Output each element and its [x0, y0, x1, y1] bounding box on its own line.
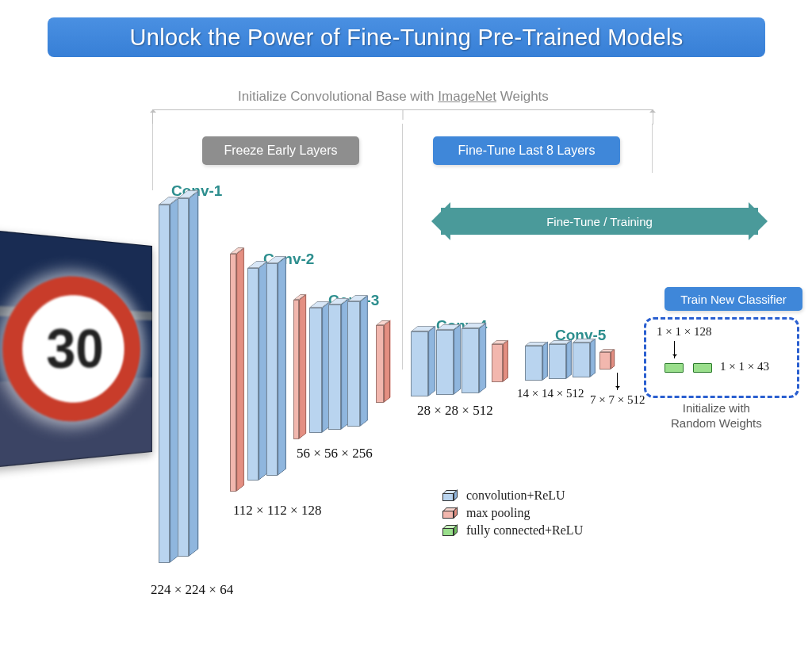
input-image: 30 — [0, 229, 152, 468]
dim-fc2: 1 × 1 × 43 — [720, 360, 769, 373]
dim-conv3: 56 × 56 × 256 — [297, 446, 373, 461]
dim-fc1: 1 × 1 × 128 — [657, 325, 711, 339]
pill-freeze: Freeze Early Layers — [202, 136, 359, 165]
page-title: Unlock the Power of Fine-Tuning Pre-Trai… — [48, 17, 765, 57]
fc-chip-2 — [693, 363, 712, 373]
subtitle: Initialize Convolutional Base with Image… — [238, 89, 549, 105]
dim-conv1: 224 × 224 × 64 — [151, 582, 233, 598]
legend-pool-label: max pooling — [466, 506, 530, 520]
legend-fc-label: fully connected+ReLU — [466, 523, 583, 538]
arrow-pool-out — [617, 373, 618, 390]
dim-conv4: 28 × 28 × 512 — [417, 403, 493, 419]
arrow-finetune-label: Fine-Tune / Training — [546, 215, 653, 228]
dim-conv5: 14 × 14 × 512 — [517, 387, 584, 400]
vline-right — [652, 124, 653, 173]
dim-conv2: 112 × 112 × 128 — [233, 503, 321, 519]
bracket-conv-base — [152, 109, 653, 124]
fc-chip-1 — [665, 363, 684, 373]
dim-pool-out: 7 × 7 × 512 — [590, 393, 645, 407]
vline-left — [152, 124, 153, 190]
pill-finetune-last: Fine-Tune Last 8 Layers — [433, 136, 620, 165]
legend-pool: max pooling — [442, 504, 583, 522]
arrow-fc1 — [674, 341, 675, 358]
legend-fc: fully connected+ReLU — [442, 522, 583, 539]
subtitle-suffix: Weights — [496, 89, 549, 104]
pill-train-classifier: Train New Classifier — [665, 287, 802, 311]
arrow-finetune: Fine-Tune / Training — [441, 208, 758, 235]
label-init-random: Initialize withRandom Weights — [671, 401, 762, 431]
subtitle-imagenet: ImageNet — [438, 89, 496, 104]
legend-conv: convolution+ReLU — [442, 487, 583, 504]
legend-conv-label: convolution+ReLU — [466, 488, 565, 503]
vline-mid — [402, 124, 403, 370]
subtitle-prefix: Initialize Convolutional Base with — [238, 89, 438, 104]
legend: convolution+ReLU max pooling fully conne… — [442, 487, 583, 539]
